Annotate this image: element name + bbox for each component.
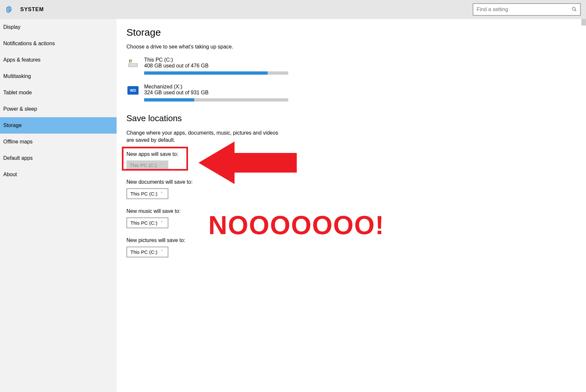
save-location-dropdown[interactable]: This PC (C:)˅ bbox=[126, 188, 168, 199]
page-title: Storage bbox=[126, 27, 576, 38]
gear-icon bbox=[5, 6, 12, 13]
sidebar-item-tablet-mode[interactable]: Tablet mode bbox=[0, 84, 117, 101]
win-drive-icon bbox=[126, 57, 140, 70]
svg-rect-6 bbox=[129, 61, 130, 63]
sidebar-item-multitasking[interactable]: Multitasking bbox=[0, 68, 117, 84]
sidebar-item-about[interactable]: About bbox=[0, 166, 117, 183]
save-location-label: New apps will save to: bbox=[126, 151, 576, 157]
wd-drive-icon: WD bbox=[126, 84, 140, 97]
save-location-block: New apps will save to:This PC (C:)˅ bbox=[126, 151, 576, 170]
save-location-label: New documents will save to: bbox=[126, 179, 576, 185]
sidebar-item-display[interactable]: Display bbox=[0, 19, 117, 35]
sidebar-item-storage[interactable]: Storage bbox=[0, 117, 117, 134]
svg-rect-4 bbox=[129, 60, 130, 61]
chevron-down-icon: ˅ bbox=[161, 250, 163, 254]
svg-point-1 bbox=[572, 7, 575, 10]
drive-row[interactable]: This PC (C:)408 GB used out of 476 GB bbox=[126, 57, 576, 75]
svg-line-2 bbox=[575, 10, 576, 11]
save-location-block: New documents will save to:This PC (C:)˅ bbox=[126, 179, 576, 199]
svg-marker-10 bbox=[198, 141, 297, 184]
dropdown-value: This PC (C:) bbox=[130, 249, 158, 255]
sidebar-item-notifications-actions[interactable]: Notifications & actions bbox=[0, 35, 117, 52]
chevron-down-icon: ˅ bbox=[161, 192, 163, 196]
annotation-arrow-icon bbox=[198, 141, 297, 185]
drive-name: This PC (C:) bbox=[144, 57, 288, 63]
header-title: SYSTEM bbox=[20, 7, 44, 12]
svg-rect-7 bbox=[131, 61, 132, 63]
sidebar-item-default-apps[interactable]: Default apps bbox=[0, 150, 117, 166]
save-location-block: New pictures will save to:This PC (C:)˅ bbox=[126, 237, 576, 257]
dropdown-value: This PC (C:) bbox=[130, 162, 157, 168]
search-box[interactable] bbox=[473, 3, 581, 16]
chevron-down-icon: ˅ bbox=[161, 221, 163, 225]
save-location-dropdown[interactable]: This PC (C:)˅ bbox=[126, 217, 168, 228]
usage-bar bbox=[144, 71, 288, 75]
svg-rect-5 bbox=[131, 60, 132, 61]
save-location-dropdown[interactable]: This PC (C:)˅ bbox=[126, 247, 168, 257]
usage-bar bbox=[144, 98, 288, 102]
scrollbar[interactable] bbox=[581, 19, 586, 26]
drive-usage: 408 GB used out of 476 GB bbox=[144, 63, 288, 69]
chevron-down-icon: ˅ bbox=[160, 163, 162, 167]
dropdown-value: This PC (C:) bbox=[130, 191, 158, 196]
svg-text:WD: WD bbox=[130, 88, 136, 92]
save-locations-title: Save locations bbox=[126, 113, 576, 123]
svg-point-0 bbox=[8, 9, 10, 10]
sidebar: DisplayNotifications & actionsApps & fea… bbox=[0, 19, 117, 392]
sidebar-item-apps-features[interactable]: Apps & features bbox=[0, 52, 117, 68]
header-bar: SYSTEM bbox=[0, 0, 586, 19]
main-content: Storage Choose a drive to see what's tak… bbox=[117, 19, 586, 392]
save-location-dropdown: This PC (C:)˅ bbox=[126, 160, 168, 170]
svg-rect-3 bbox=[128, 64, 138, 67]
sidebar-item-offline-maps[interactable]: Offline maps bbox=[0, 134, 117, 150]
drive-row[interactable]: WDMechanized (X:)324 GB used out of 931 … bbox=[126, 84, 576, 102]
drive-usage: 324 GB used out of 931 GB bbox=[144, 90, 288, 96]
sidebar-item-power-sleep[interactable]: Power & sleep bbox=[0, 101, 117, 117]
search-icon bbox=[572, 7, 577, 13]
search-input[interactable] bbox=[477, 7, 572, 12]
drive-name: Mechanized (X:) bbox=[144, 84, 288, 90]
dropdown-value: This PC (C:) bbox=[130, 220, 158, 226]
storage-desc: Choose a drive to see what's taking up s… bbox=[126, 44, 576, 50]
annotation-text: NOOOOOOO! bbox=[208, 210, 385, 240]
